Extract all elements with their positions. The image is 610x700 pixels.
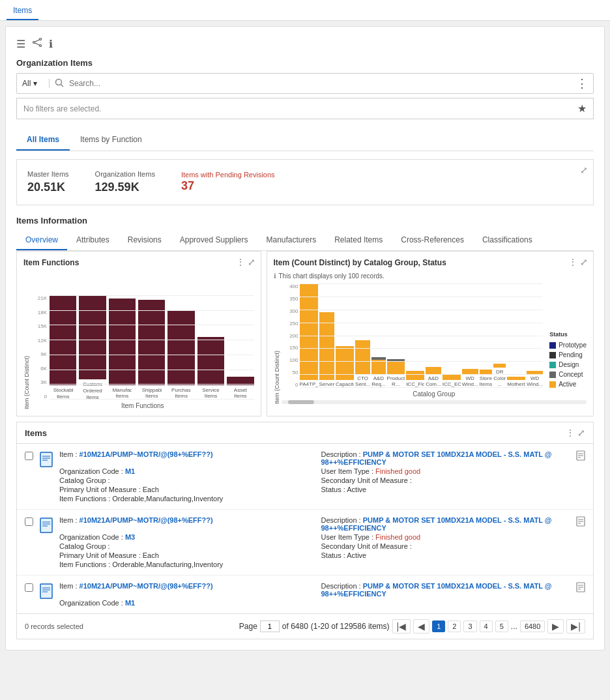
all-dropdown[interactable]: All ▾	[17, 79, 50, 88]
search-section: Organization Items All ▾ ⋮ No filters ar…	[16, 58, 594, 119]
charts-row: Item Functions ⋮ ⤢ Item (Count Distinct)…	[16, 251, 594, 416]
stat-master-label: Master Items	[27, 170, 69, 178]
stat-master-value: 20.51K	[27, 181, 69, 194]
tab-items-by-function[interactable]: Items by Function	[70, 130, 152, 151]
svg-line-4	[35, 43, 39, 46]
items-header-expand[interactable]: ⋮ ⤢	[566, 428, 585, 438]
bar-asset: Asset Items	[227, 295, 254, 400]
rbar-wd-wind1: WD Wind...	[462, 284, 478, 388]
info-tab-revisions[interactable]: Revisions	[119, 231, 171, 250]
item-checkbox-2[interactable]	[25, 518, 33, 526]
info-icon[interactable]: ℹ	[49, 38, 53, 50]
svg-point-1	[33, 42, 35, 44]
svg-line-6	[61, 84, 64, 87]
svg-point-2	[40, 45, 42, 47]
rbar-store: Store Items	[480, 284, 493, 388]
item-icon-2	[40, 518, 53, 537]
range-text: (1-20 of 129586 items)	[311, 622, 390, 631]
info-tab-manufacturers[interactable]: Manufacturers	[257, 231, 325, 250]
rbar-icc-flow: ICC_Flow...	[406, 284, 424, 388]
search-input[interactable]	[69, 79, 571, 88]
filter-text: No filters are selected.	[23, 104, 101, 113]
info-tab-overview[interactable]: Overview	[16, 231, 67, 250]
search-bar: All ▾ ⋮	[16, 73, 594, 94]
first-page-button[interactable]: |◀	[392, 619, 411, 634]
rbar-dr-color: DR Color ...	[493, 284, 506, 388]
right-chart-legend: Status Prototype Pending Design Concept …	[543, 331, 587, 388]
right-chart-y-axis: 050100150200250300350400	[282, 284, 300, 388]
svg-rect-23	[40, 584, 52, 598]
stats-panel: ⤢ Master Items 20.51K Organization Items…	[16, 159, 594, 205]
left-chart-actions[interactable]: ⋮ ⤢	[236, 257, 255, 267]
top-tab-items[interactable]: Items	[7, 2, 38, 20]
left-chart-panel: Item Functions ⋮ ⤢ Item (Count Distinct)…	[16, 251, 261, 416]
filter-bar: No filters are selected. ★	[16, 98, 594, 119]
item-file-icon-3[interactable]	[576, 582, 585, 594]
info-tab-cross-references[interactable]: Cross-References	[392, 231, 473, 250]
item-checkbox-3[interactable]	[25, 583, 33, 592]
last-page-button[interactable]: ▶|	[566, 619, 585, 634]
rbar-server: Server	[319, 284, 335, 388]
stat-pending-value[interactable]: 37	[181, 179, 275, 193]
rbar-cto: CTO Sent...	[355, 284, 370, 388]
item-file-icon-1[interactable]	[576, 450, 585, 463]
svg-line-3	[35, 40, 39, 42]
info-tabs: Overview Attributes Revisions Approved S…	[16, 231, 594, 251]
tab-all-items[interactable]: All Items	[16, 130, 70, 151]
right-chart-actions[interactable]: ⋮ ⤢	[568, 257, 588, 267]
page-1-button[interactable]: 1	[432, 620, 445, 632]
page-5-button[interactable]: 5	[495, 620, 508, 632]
item-file-icon-2[interactable]	[576, 516, 585, 529]
right-chart-panel: Item (Count Distinct) by Catalog Group, …	[267, 251, 594, 416]
search-more-button[interactable]: ⋮	[571, 76, 593, 91]
right-chart-y-label: Item (Count Distinct)	[274, 284, 280, 404]
info-tab-related-items[interactable]: Related Items	[325, 231, 392, 250]
info-tab-approved-suppliers[interactable]: Approved Suppliers	[171, 231, 257, 250]
page-2-button[interactable]: 2	[448, 620, 461, 632]
expand-icon[interactable]: ⤢	[580, 165, 588, 175]
left-chart-title: Item Functions	[23, 258, 254, 267]
share-icon[interactable]	[32, 37, 42, 50]
stat-pending-link[interactable]: Items with Pending Revisions	[181, 171, 275, 179]
info-tab-classifications[interactable]: Classifications	[473, 231, 542, 250]
right-chart-title: Item (Count Distinct) by Catalog Group, …	[274, 258, 587, 267]
rbar-pa4tp: PA4TP_ICC...	[300, 284, 318, 388]
item-checkbox-1[interactable]	[25, 452, 33, 460]
item-content-3: Item : #10M21A/PUMP~MOTR/@(98+%EFF??) De…	[59, 582, 570, 607]
item-icon-3	[40, 583, 53, 603]
prev-page-button[interactable]: ◀	[413, 619, 429, 634]
records-selected: 0 records selected	[25, 622, 83, 630]
right-chart-info: ℹ This chart displays only 100 records.	[274, 272, 587, 280]
page-input[interactable]	[260, 620, 280, 632]
left-chart-bars: Stockable Items Customer Ordered Items M…	[50, 295, 254, 400]
rbar-capacitors: Capacitors	[336, 284, 354, 388]
star-icon[interactable]: ★	[577, 102, 587, 115]
item-content-2: Item : #10M21A/PUMP~MOTR/@(98+%EFF??) De…	[59, 516, 570, 568]
next-page-button[interactable]: ▶	[547, 619, 564, 634]
bar-stockable: Stockable Items	[50, 295, 76, 400]
left-chart-y-label: Item (Count Distinct)	[23, 272, 30, 409]
svg-point-5	[56, 79, 62, 85]
rbar-product-r: Product R...	[387, 284, 405, 388]
chevron-down-icon: ▾	[33, 79, 37, 88]
item-icon-1	[40, 452, 53, 471]
rbar-motherbo: Motherbo...	[507, 284, 525, 388]
section-heading: Organization Items	[16, 58, 594, 68]
rbar-wd-wind2: WD Wind...	[527, 284, 543, 388]
info-tab-attributes[interactable]: Attributes	[67, 231, 119, 250]
page-last-button[interactable]: 6480	[520, 620, 545, 632]
page-4-button[interactable]: 4	[480, 620, 493, 632]
bar-service: Service Items	[197, 295, 224, 400]
bar-shippable: Shippable Items	[138, 295, 165, 400]
svg-point-0	[40, 38, 42, 40]
main-tabs: All Items Items by Function	[16, 130, 594, 151]
page-3-button[interactable]: 3	[463, 620, 476, 632]
stat-master-items: Master Items 20.51K	[27, 170, 69, 194]
pagination-bar: 0 records selected Page of 6480 (1-20 of…	[17, 613, 593, 639]
table-row: Item : #10M21A/PUMP~MOTR/@(98+%EFF??) De…	[17, 510, 593, 576]
table-row: Item : #10M21A/PUMP~MOTR/@(98+%EFF??) De…	[17, 576, 593, 613]
bar-manufactur: Manufactur... Items	[109, 295, 136, 400]
rbar-ad-req: A&D Req...	[371, 284, 385, 388]
of-pages-text: of 6480	[282, 622, 308, 631]
hamburger-icon[interactable]: ☰	[16, 38, 25, 50]
